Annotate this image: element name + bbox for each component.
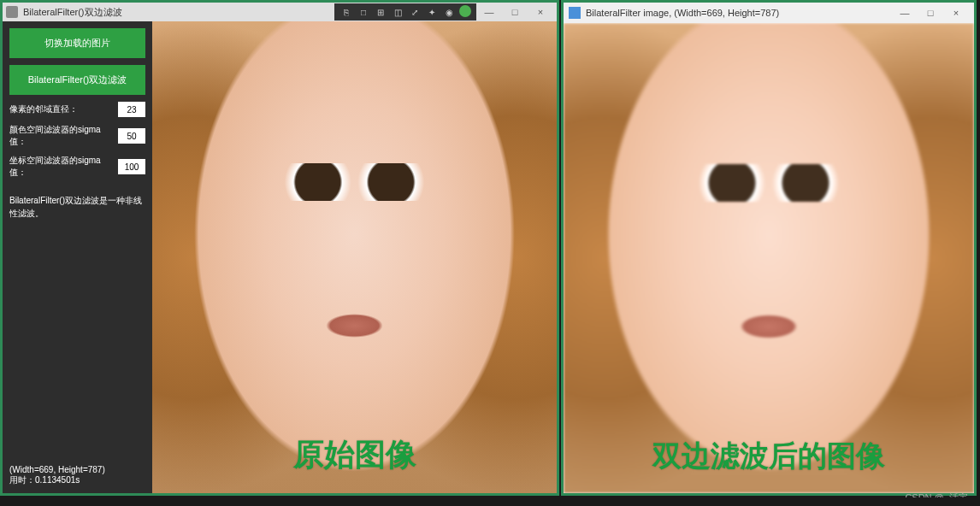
minimize-button[interactable]: — (476, 7, 502, 17)
maximize-button[interactable]: □ (502, 7, 528, 17)
original-image-area: 原始图像 (152, 21, 557, 493)
window-controls: — □ × (892, 8, 969, 18)
close-button[interactable]: × (943, 8, 969, 18)
param-label: 像素的邻域直径： (9, 103, 115, 115)
app-icon (569, 7, 581, 19)
tool-check-icon[interactable] (459, 5, 471, 17)
original-face-image (152, 21, 557, 493)
left-window: BilateralFilter()双边滤波 ⎘ □ ⊞ ◫ ⤢ ✦ ◉ — □ … (0, 0, 559, 496)
switch-image-button[interactable]: 切换加载的图片 (9, 28, 145, 58)
bilateral-filter-button[interactable]: BilateralFilter()双边滤波 (9, 65, 145, 95)
image-size-info: (Width=669, Height=787) (9, 465, 145, 474)
tool-icon[interactable]: □ (357, 5, 370, 19)
param-row-diameter: 像素的邻域直径： (9, 102, 145, 117)
right-titlebar[interactable]: BilateralFilter image, (Width=669, Heigh… (564, 3, 974, 23)
tool-icon[interactable]: ⎘ (339, 5, 353, 19)
right-window: BilateralFilter image, (Width=669, Heigh… (561, 0, 977, 496)
left-titlebar[interactable]: BilateralFilter()双边滤波 ⎘ □ ⊞ ◫ ⤢ ✦ ◉ — □ … (3, 3, 557, 21)
debug-strip (0, 497, 980, 506)
timing-label: 用时： (9, 475, 35, 485)
minimize-button[interactable]: — (892, 8, 918, 18)
param-label: 坐标空间滤波器的sigma值： (9, 155, 115, 179)
filter-description: BilateralFilter()双边滤波是一种非线性滤波。 (9, 194, 145, 220)
param-label: 颜色空间滤波器的sigma值： (9, 124, 115, 148)
maximize-button[interactable]: □ (918, 8, 943, 18)
tool-icon[interactable]: ◫ (391, 5, 404, 19)
timing-row: 用时：0.1134501s (9, 474, 145, 486)
filtered-image-area: 双边滤波后的图像 (564, 23, 974, 493)
timing-value: 0.1134501s (35, 475, 80, 485)
titlebar-toolbar: ⎘ □ ⊞ ◫ ⤢ ✦ ◉ (334, 3, 476, 21)
sigma-color-input[interactable] (118, 128, 145, 144)
tool-icon[interactable]: ◉ (442, 5, 456, 19)
tool-icon[interactable]: ✦ (425, 5, 439, 19)
tool-icon[interactable]: ⤢ (408, 5, 422, 19)
param-row-sigma-color: 颜色空间滤波器的sigma值： (9, 124, 145, 148)
tool-icon[interactable]: ⊞ (374, 5, 387, 19)
filtered-face-image (564, 23, 974, 493)
diameter-input[interactable] (118, 102, 145, 117)
sigma-space-input[interactable] (118, 159, 145, 174)
right-window-title: BilateralFilter image, (Width=669, Heigh… (586, 8, 892, 18)
original-overlay-label: 原始图像 (293, 434, 416, 476)
filtered-overlay-label: 双边滤波后的图像 (652, 437, 885, 476)
close-button[interactable]: × (528, 7, 553, 17)
sidebar-panel: 切换加载的图片 BilateralFilter()双边滤波 像素的邻域直径： 颜… (3, 21, 152, 493)
param-row-sigma-space: 坐标空间滤波器的sigma值： (9, 155, 145, 179)
app-icon (6, 6, 18, 18)
window-controls: — □ × (476, 7, 553, 17)
left-window-title: BilateralFilter()双边滤波 (23, 6, 334, 19)
